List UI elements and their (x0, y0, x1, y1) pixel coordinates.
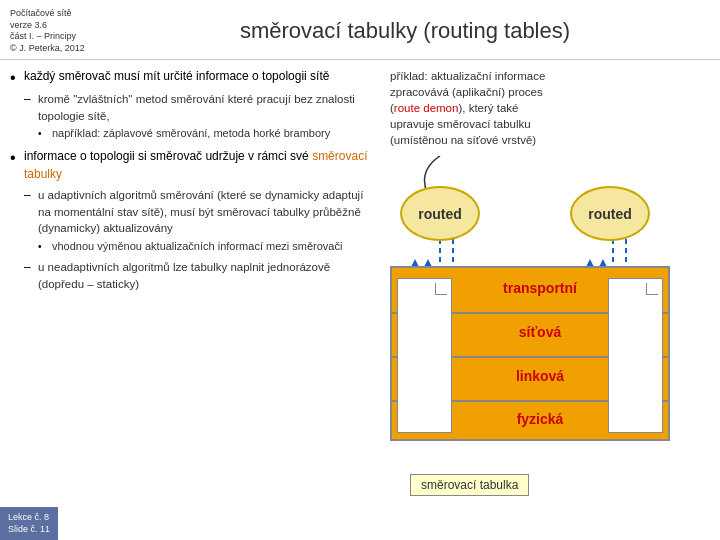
app-copyright: © J. Peterka, 2012 (10, 43, 100, 55)
layer-network-label: síťová (482, 324, 598, 340)
protocol-stack-box: transportní síťová linková fyzická (390, 266, 670, 441)
info-text-block: příklad: aktualizační informace zpracová… (380, 68, 710, 148)
bullet-item-2: • informace o topologii si směrovač udrž… (10, 148, 370, 183)
sub-dash: – (24, 91, 38, 124)
left-column: • každý směrovač musí mít určité informa… (10, 68, 380, 502)
footer-line-1: Lekce č. 8 (8, 511, 50, 524)
layer-transport-label: transportní (482, 280, 598, 296)
footer: Lekce č. 8 Slide č. 11 (0, 507, 58, 540)
info-line-5: (umístěnou na síťové vrstvě) (390, 132, 710, 148)
info-line-3: (route demon), který také (390, 100, 710, 116)
sub-text-2-2: u neadaptivních algoritmů lze tabulky na… (38, 259, 370, 292)
sub-item-2-1: – u adaptivních algoritmů směrování (kte… (24, 187, 370, 237)
inner-box-left (397, 278, 452, 433)
bullet-dot-2: • (10, 148, 24, 183)
routing-table-label: směrovací tabulka (410, 474, 529, 496)
footer-line-2: Slide č. 11 (8, 523, 50, 536)
bullet-text-1: každý směrovač musí mít určité informace… (24, 68, 370, 87)
bullet-dot-1: • (10, 68, 24, 87)
subsub-item-2: • vhodnou výměnou aktualizačních informa… (38, 239, 370, 255)
info-line-1: příklad: aktualizační informace (390, 68, 710, 84)
sub-dash-3: – (24, 259, 38, 292)
page-header: Počítačové sítě verze 3.6 část I. – Prin… (0, 0, 720, 60)
sub-list-1: – kromě "zvláštních" metod směrování kte… (24, 91, 370, 142)
app-info: Počítačové sítě verze 3.6 část I. – Prin… (10, 8, 100, 55)
right-column: příklad: aktualizační informace zpracová… (380, 68, 710, 502)
bullet-text-2: informace o topologii si směrovač udržuj… (24, 148, 370, 183)
app-name: Počítačové sítě (10, 8, 100, 20)
subsub-dot: • (38, 126, 52, 142)
bullet-item-1: • každý směrovač musí mít určité informa… (10, 68, 370, 87)
router-left: routed (400, 186, 480, 241)
fold-mark-left (435, 283, 447, 295)
sub-text-2-1: u adaptivních algoritmů směrování (které… (38, 187, 370, 237)
sub-dash-2: – (24, 187, 38, 237)
info-line-2: zpracovává (aplikační) proces (390, 84, 710, 100)
sub-text-1-1: kromě "zvláštních" metod směrování které… (38, 91, 370, 124)
fold-mark-right (646, 283, 658, 295)
layer-link-label: linková (482, 368, 598, 384)
app-part: část I. – Principy (10, 31, 100, 43)
router-right: routed (570, 186, 650, 241)
page-title: směrovací tabulky (routing tables) (100, 18, 710, 44)
sub-list-2: – u adaptivních algoritmů směrování (kte… (24, 187, 370, 292)
info-line-4: upravuje směrovací tabulku (390, 116, 710, 132)
app-version: verze 3.6 (10, 20, 100, 32)
inner-box-right (608, 278, 663, 433)
sub-item-1-1: – kromě "zvláštních" metod směrování kte… (24, 91, 370, 124)
main-content: • každý směrovač musí mít určité informa… (0, 60, 720, 510)
subsub-list-2: • vhodnou výměnou aktualizačních informa… (38, 239, 370, 255)
subsub-item-1: • například: záplavové směrování, metoda… (38, 126, 370, 142)
subsub-text-2: vhodnou výměnou aktualizačních informací… (52, 239, 370, 255)
subsub-text-1: například: záplavové směrování, metoda h… (52, 126, 370, 142)
subsub-dot-2: • (38, 239, 52, 255)
network-diagram: routed routed tr (380, 156, 710, 496)
layer-physical-label: fyzická (482, 411, 598, 427)
sub-item-2-2: – u neadaptivních algoritmů lze tabulky … (24, 259, 370, 292)
subsub-list-1: • například: záplavové směrování, metoda… (38, 126, 370, 142)
